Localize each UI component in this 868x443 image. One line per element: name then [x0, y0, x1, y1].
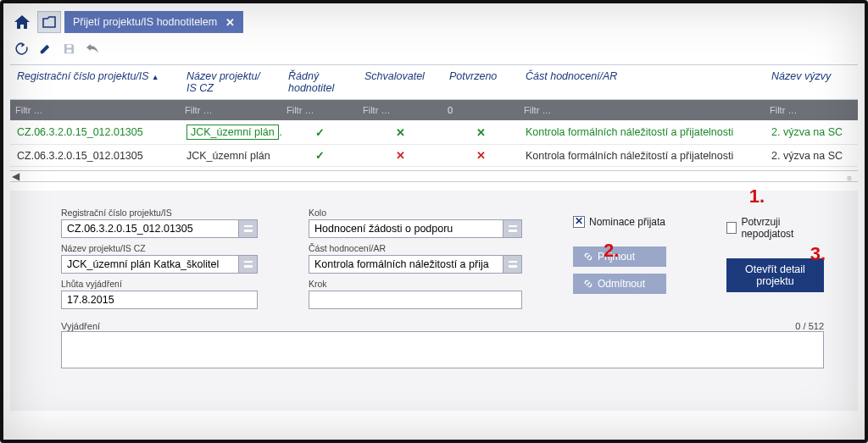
char-counter: 0 / 512 [795, 321, 824, 331]
checkbox-label: Potvrzuji nepodjatost [741, 216, 824, 240]
list-icon[interactable] [504, 255, 522, 274]
table-header-row: Registrační číslo projektu/IS▲ Název pro… [10, 65, 858, 100]
label-krok: Krok [309, 279, 522, 289]
checkbox-label: Nominace přijata [589, 216, 665, 228]
cell-nazev: JCK_územní plán [180, 120, 281, 145]
filter-radny[interactable] [287, 103, 353, 117]
field-lhuta[interactable] [61, 291, 258, 309]
cell-vyzva: 2. výzva na SC [765, 145, 858, 167]
save-icon[interactable] [59, 39, 78, 58]
scroll-left-icon[interactable]: ◀ [12, 170, 19, 182]
table-row[interactable]: CZ.06.3.2.0.15_012.01305 JCK_územní plán… [10, 145, 858, 167]
h-scrollbar[interactable]: ◀ ≡ [10, 170, 858, 182]
cell-nazev: JCK_územní plán [180, 145, 281, 167]
filter-reg[interactable] [15, 103, 175, 117]
list-icon[interactable] [239, 255, 258, 274]
label-vyjadreni: Vyjádření [61, 321, 100, 331]
filter-vyzva[interactable] [770, 103, 853, 117]
field-krok[interactable] [309, 291, 522, 309]
filter-cast[interactable] [524, 103, 760, 117]
cross-icon: ✕ [442, 120, 519, 145]
close-icon[interactable]: ✕ [225, 16, 235, 29]
col-reg[interactable]: Registrační číslo projektu/IS▲ [10, 65, 180, 100]
new-tab-icon[interactable] [37, 11, 61, 33]
col-schval[interactable]: Schvalovatel [358, 65, 442, 100]
filter-nazev[interactable] [185, 103, 276, 117]
cross-icon: ✕ [442, 145, 519, 167]
label-nazev: Název projektu/IS CZ [61, 243, 258, 253]
check-icon: ✓ [281, 120, 358, 145]
check-icon: ✓ [281, 145, 358, 167]
col-potvrzeno[interactable]: Potvrzeno [442, 65, 519, 100]
detail-pane: Registrační číslo projektu/IS Název proj… [10, 191, 858, 411]
tab-title: Přijetí projektu/IS hodnotitelem [73, 16, 217, 28]
accept-button[interactable]: Přijmout [573, 246, 666, 267]
checkbox-nominace[interactable]: Nominace přijata [573, 216, 676, 228]
list-icon[interactable] [239, 219, 258, 238]
undo-icon[interactable] [83, 39, 102, 58]
cell-cast: Kontrola formálních náležitostí a přijat… [519, 145, 765, 167]
field-kolo[interactable] [309, 219, 504, 238]
field-nazev[interactable] [61, 255, 239, 274]
col-radny[interactable]: Řádný hodnotitel [281, 65, 358, 100]
unlink-icon [583, 279, 593, 289]
reject-button[interactable]: Odmítnout [573, 274, 666, 294]
checkbox-icon [573, 216, 585, 228]
top-tabbar: Přijetí projektu/IS hodnotitelem ✕ [10, 8, 858, 36]
cell-cast: Kontrola formálních náležitostí a přijat… [519, 120, 765, 145]
tab-active[interactable]: Přijetí projektu/IS hodnotitelem ✕ [64, 11, 243, 33]
projects-table: Registrační číslo projektu/IS▲ Název pro… [10, 64, 858, 167]
filter-row [10, 100, 858, 121]
col-nazev[interactable]: Název projektu/ IS CZ [180, 65, 281, 100]
label-cast: Část hodnocení/AR [309, 243, 522, 253]
toolbar [10, 36, 858, 64]
link-icon [583, 252, 593, 262]
label-reg: Registrační číslo projektu/IS [61, 208, 258, 218]
col-vyzva[interactable]: Název výzvy [765, 65, 858, 100]
button-label: Odmítnout [598, 278, 645, 290]
field-reg[interactable] [61, 219, 239, 238]
button-label: Přijmout [598, 251, 635, 263]
label-kolo: Kolo [309, 208, 522, 218]
sort-asc-icon: ▲ [152, 73, 159, 81]
cross-icon: ✕ [358, 120, 442, 145]
edit-icon[interactable] [36, 39, 54, 58]
checkbox-potvrzuji[interactable]: Potvrzuji nepodjatost [726, 216, 824, 240]
filter-schval[interactable] [363, 103, 437, 117]
cell-reg: CZ.06.3.2.0.15_012.01305 [10, 145, 180, 167]
home-icon[interactable] [10, 11, 34, 33]
label-lhuta: Lhůta vyjádření [61, 279, 258, 289]
cell-reg: CZ.06.3.2.0.15_012.01305 [10, 120, 180, 145]
resize-grip-icon[interactable]: ≡ [847, 174, 853, 183]
comment-textarea[interactable] [61, 331, 824, 368]
refresh-icon[interactable] [12, 39, 31, 58]
cross-icon: ✕ [358, 145, 442, 167]
checkbox-icon [726, 222, 737, 234]
filter-potvrzeno[interactable] [448, 103, 514, 117]
list-icon[interactable] [504, 219, 522, 238]
cell-vyzva: 2. výzva na SC [765, 120, 858, 145]
col-cast[interactable]: Část hodnocení/AR [519, 65, 765, 100]
field-cast[interactable] [309, 255, 504, 274]
table-row[interactable]: CZ.06.3.2.0.15_012.01305 JCK_územní plán… [10, 120, 858, 145]
open-detail-button[interactable]: Otevřít detail projektu [726, 258, 824, 292]
